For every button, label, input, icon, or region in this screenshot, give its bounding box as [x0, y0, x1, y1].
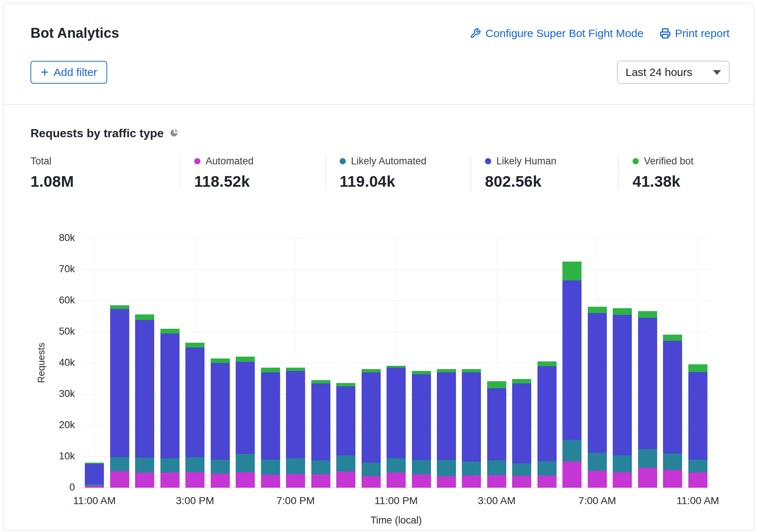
segment-likely-automated — [286, 458, 305, 474]
header-divider — [3, 104, 754, 105]
bar-9-00-pm-10[interactable] — [336, 238, 355, 488]
stat-likely-automated: Likely Automated119.04k — [325, 156, 471, 190]
segment-verified-bot — [487, 381, 506, 388]
segment-verified-bot — [412, 371, 431, 374]
segment-verified-bot — [362, 369, 381, 372]
segment-likely-automated — [437, 460, 456, 476]
add-filter-button[interactable]: + Add filter — [30, 61, 107, 84]
stat-label: Likely Automated — [340, 156, 471, 167]
segment-likely-human — [688, 372, 707, 460]
segment-likely-automated — [211, 460, 230, 473]
segment-automated — [185, 472, 204, 488]
segment-likely-human — [286, 371, 305, 458]
segment-likely-human — [135, 320, 154, 458]
configure-link-label: Configure Super Bot Fight Mode — [485, 27, 643, 40]
bar-2-00-pm-3[interactable] — [160, 238, 180, 488]
bar-1-00-pm-2[interactable] — [135, 238, 154, 488]
segment-likely-human — [412, 374, 431, 460]
segment-automated — [261, 475, 280, 488]
bar-9-00-am-22[interactable] — [638, 238, 657, 488]
segment-likely-automated — [387, 458, 406, 473]
segment-automated — [387, 473, 406, 488]
segment-likely-automated — [613, 455, 632, 473]
bar-10-00-pm-11[interactable] — [362, 238, 381, 488]
segment-likely-automated — [663, 453, 682, 470]
bar-6-00-pm-7[interactable] — [261, 238, 280, 488]
segment-verified-bot — [663, 335, 682, 341]
x-axis-title: Time (local) — [82, 515, 710, 526]
segment-automated — [462, 475, 481, 488]
bar-4-00-am-17[interactable] — [512, 238, 531, 488]
bar-5-00-pm-6[interactable] — [236, 238, 255, 488]
segment-automated — [311, 474, 330, 488]
segment-likely-automated — [688, 460, 707, 473]
segment-automated — [336, 471, 355, 488]
bar-2-00-am-15[interactable] — [462, 238, 481, 488]
segment-likely-human — [613, 315, 632, 455]
bar-5-00-am-18[interactable] — [537, 238, 557, 488]
segment-verified-bot — [537, 361, 557, 366]
automated-legend-dot — [194, 158, 200, 164]
segment-automated — [110, 471, 129, 488]
segment-likely-human — [362, 372, 381, 463]
bar-3-00-pm-4[interactable] — [185, 238, 204, 488]
segment-likely-human — [562, 280, 582, 440]
segment-likely-automated — [236, 454, 255, 472]
segment-verified-bot — [336, 383, 355, 386]
bar-8-00-pm-9[interactable] — [311, 238, 330, 488]
print-report-link[interactable]: Print report — [660, 27, 729, 40]
bar-10-00-am-23[interactable] — [663, 238, 682, 488]
bar-12-00-am-13[interactable] — [412, 238, 431, 488]
x-tick-label: 11:00 PM — [359, 495, 433, 507]
segment-automated — [286, 474, 305, 488]
time-range-select[interactable]: Last 24 hours — [617, 61, 729, 84]
print-link-label: Print report — [675, 27, 729, 40]
segment-likely-human — [537, 366, 557, 461]
segment-automated — [688, 473, 707, 488]
segment-likely-automated — [311, 460, 330, 474]
segment-automated — [85, 486, 104, 488]
bar-7-00-pm-8[interactable] — [286, 238, 305, 488]
bar-4-00-pm-5[interactable] — [211, 238, 230, 488]
bar-3-00-am-16[interactable] — [487, 238, 506, 488]
segment-verified-bot — [462, 369, 481, 372]
segment-verified-bot — [110, 305, 129, 309]
bar-11-00-pm-12[interactable] — [387, 238, 406, 488]
segment-likely-automated — [638, 449, 657, 467]
bar-6-00-am-19[interactable] — [562, 238, 582, 488]
bar-11-00-am-24[interactable] — [688, 238, 707, 488]
segment-likely-automated — [160, 458, 180, 473]
stat-verified-bot: Verified bot41.38k — [618, 156, 693, 190]
segment-automated — [663, 470, 682, 488]
requests-chart: 010k20k30k40k50k60k70k80k11:00 AM3:00 PM… — [30, 234, 727, 528]
stat-value: 119.04k — [340, 173, 471, 190]
bar-1-00-am-14[interactable] — [437, 238, 456, 488]
segment-automated — [487, 475, 506, 488]
segment-automated — [588, 471, 607, 488]
segment-verified-bot — [437, 369, 456, 372]
segment-likely-automated — [537, 461, 557, 475]
x-tick-label: 11:00 AM — [58, 495, 131, 507]
segment-likely-automated — [336, 455, 355, 471]
bar-8-00-am-21[interactable] — [613, 238, 632, 488]
y-tick-label: 70k — [30, 263, 75, 275]
segment-automated — [512, 476, 531, 488]
stat-label: Total — [30, 156, 180, 167]
bar-12-00-pm-1[interactable] — [110, 238, 129, 488]
x-tick-label: 3:00 PM — [158, 495, 232, 507]
segment-likely-human — [336, 386, 355, 455]
chevron-down-icon — [713, 70, 721, 75]
pie-chart-icon — [170, 128, 178, 139]
x-tick-label: 7:00 AM — [561, 495, 634, 507]
stat-value: 118.52k — [194, 173, 325, 190]
stat-label-text: Automated — [206, 156, 254, 167]
bar-11-00-am-0[interactable] — [85, 238, 104, 488]
bar-7-00-am-20[interactable] — [588, 238, 607, 488]
stat-label: Verified bot — [633, 156, 693, 167]
segment-likely-human — [512, 383, 531, 463]
segment-automated — [160, 473, 180, 488]
plus-icon: + — [41, 66, 48, 78]
configure-super-bot-fight-mode-link[interactable]: Configure Super Bot Fight Mode — [470, 27, 643, 40]
y-tick-label: 20k — [30, 419, 75, 431]
printer-icon — [660, 28, 671, 39]
